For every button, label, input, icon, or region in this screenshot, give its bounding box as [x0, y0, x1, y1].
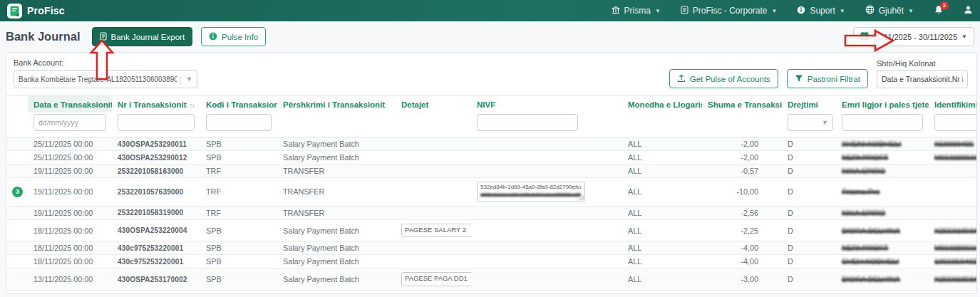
- cell-detajet: PAGESE PAGA DD1: [396, 269, 471, 291]
- get-pulse-of-accounts-button[interactable]: Get Pulse of Accounts: [669, 69, 778, 88]
- table-row: 25/11/2025 00:00430OSPA253290011SPBSalar…: [6, 137, 976, 151]
- cell-nivf: [471, 219, 622, 241]
- cell-shuma: -2,56: [702, 206, 782, 219]
- column-label: Data e Transaksionit: [33, 100, 112, 109]
- notifications-button[interactable]: 2: [934, 5, 944, 17]
- cell-shuma: -4,00: [702, 255, 782, 269]
- cell-pershkrimi: TRANSFER: [277, 178, 396, 207]
- cell-badge: 3: [6, 178, 28, 207]
- identifikimi-redacted-text: K25591050A: [934, 275, 976, 283]
- filter-kodi-input[interactable]: [206, 114, 272, 131]
- cell-identifikimi: [929, 165, 976, 178]
- cell-detajet: [396, 255, 471, 269]
- upload-icon: [677, 74, 686, 84]
- nav-item-profisc-corporate[interactable]: ProFisc - Corporate ▼: [681, 6, 778, 16]
- clear-filters-button[interactable]: Pastroni Filtrat: [787, 69, 868, 88]
- cell-drejtimi: D: [782, 165, 836, 178]
- column-header-pershkrimi: Përshkrimi i Transaksionit: [277, 96, 396, 113]
- column-header-nr[interactable]: Nr i Transaksionit↑↓: [112, 96, 200, 113]
- filter-nivf-input[interactable]: [477, 114, 578, 131]
- detajet-textarea[interactable]: PAGESE PAGA DD1: [401, 272, 471, 286]
- nivf-textarea[interactable]: 532ed84b-1d69-45a0-8fa9-82d2790efcc2,478…: [477, 182, 585, 202]
- detajet-textarea[interactable]: PAGESE SALARY 2: [401, 224, 471, 238]
- notification-badge: 2: [940, 1, 949, 10]
- cell-drejtimi: D: [782, 269, 836, 291]
- filter-nr-input[interactable]: [118, 114, 195, 131]
- cell-emri: Prisma Pro: [836, 178, 929, 207]
- column-header-shuma[interactable]: Shuma e Transaksionit↑↓: [702, 96, 782, 113]
- cell-emri: NERI PROFT: [836, 241, 929, 255]
- column-header-identifikimi: Identifikimi i pales: [929, 96, 976, 113]
- chevron-down-icon: ▼: [655, 8, 661, 14]
- filter-drejtimi-select[interactable]: ▼: [788, 114, 833, 131]
- cell-nr: 430OSPA253290012: [112, 151, 200, 165]
- cell-emri: NERI PROFT: [836, 151, 929, 165]
- cell-nr: 2532201057639000: [112, 178, 200, 207]
- column-label: Drejtimi: [788, 100, 818, 109]
- filter-cell-pershkrimi: [277, 113, 396, 137]
- cell-emri: DIORA DELVINA: [836, 219, 929, 241]
- cell-date: 13/11/2025 00:00: [28, 291, 112, 294]
- cell-detajet: [396, 206, 471, 219]
- column-header-date[interactable]: Data e Transaksionit↓↑: [28, 96, 112, 113]
- filter-identifikimi-input[interactable]: [934, 114, 976, 131]
- cell-drejtimi: D: [782, 241, 836, 255]
- brand[interactable]: ProFisc: [7, 4, 65, 19]
- identifikimi-redacted-text: K25591050A: [934, 226, 976, 235]
- cell-shuma: -0,57: [702, 165, 782, 178]
- cell-pershkrimi: Salary Payment Batch: [277, 269, 396, 291]
- cell-emri: NIKA SPIRO: [836, 206, 929, 219]
- filter-date-input[interactable]: [33, 114, 106, 131]
- column-header-monedha: Monedha e Llogarisë: [622, 96, 702, 113]
- row-count-badge[interactable]: 3: [12, 187, 23, 197]
- column-label: NIVF: [477, 100, 495, 109]
- cell-nr: 430OSPA253170002: [112, 269, 200, 291]
- sort-icon[interactable]: ↑↓: [190, 101, 195, 109]
- user-menu-button[interactable]: [964, 5, 973, 16]
- info-icon: [797, 6, 805, 16]
- nav-item-suport[interactable]: Suport ▼: [797, 6, 845, 16]
- columns-input[interactable]: [877, 70, 968, 88]
- cell-nivf: [471, 241, 622, 255]
- cell-detajet: [396, 151, 471, 165]
- cell-emri: SHEH KODHELI: [836, 255, 929, 269]
- cell-shuma: -10,00: [702, 178, 782, 207]
- profisc-logo-icon: [7, 4, 22, 19]
- filter-cell-monedha: [622, 113, 702, 137]
- bank-account-value: Banka Kombëtare Tregtare-AL1820511306003…: [19, 75, 177, 83]
- cell-identifikimi: 1055050402: [929, 255, 976, 269]
- cell-shuma: -3,00: [702, 269, 782, 291]
- cell-nivf: [471, 269, 622, 291]
- cell-monedha: ALL: [622, 137, 702, 151]
- bank-account-select[interactable]: Banka Kombëtare Tregtare-AL1820511306003…: [14, 70, 197, 88]
- filter-row: ▼: [6, 113, 976, 137]
- emri-redacted-text: NERI PROFT: [842, 153, 888, 162]
- cell-badge: [6, 206, 28, 219]
- cell-emri: XHENI KODHELI: [836, 137, 929, 151]
- filter-emri-input[interactable]: [842, 114, 923, 131]
- nav-item-gjuhet[interactable]: Gjuhët ▼: [865, 5, 914, 16]
- cell-badge: [6, 151, 28, 165]
- cell-monedha: ALL: [622, 165, 702, 178]
- filter-cell-detajet: [396, 113, 471, 137]
- pulse-info-button[interactable]: Pulse Info: [201, 27, 266, 46]
- cell-badge: [6, 255, 28, 269]
- cell-monedha: ALL: [622, 206, 702, 219]
- bank-journal-export-button[interactable]: Bank Journal Export: [92, 27, 193, 46]
- column-header-badge: [6, 96, 28, 113]
- brand-name: ProFisc: [27, 5, 65, 16]
- emri-redacted-text: Prisma Pro: [842, 187, 880, 196]
- table-row: 25/11/2025 00:00430OSPA253290012SPBSalar…: [6, 151, 976, 165]
- chevron-down-icon: ▼: [908, 8, 914, 14]
- filter-cell-nivf: [471, 113, 622, 137]
- cell-pershkrimi: TRANSFER: [277, 291, 396, 294]
- cell-date: 13/11/2025 00:00: [28, 269, 112, 291]
- cell-drejtimi: D: [782, 178, 836, 207]
- column-header-detajet: Detajet: [396, 96, 471, 113]
- date-range-picker[interactable]: 01/11/2025 - 30/11/2025 ▼: [853, 27, 974, 46]
- cell-nr: 430c975253220001: [112, 241, 200, 255]
- nav-item-prisma[interactable]: Prisma ▼: [612, 6, 661, 16]
- column-header-nivf: NIVF: [471, 96, 622, 113]
- column-label: Monedha e Llogarisë: [628, 100, 702, 109]
- emri-redacted-text: XHENI KODHELI: [842, 140, 901, 148]
